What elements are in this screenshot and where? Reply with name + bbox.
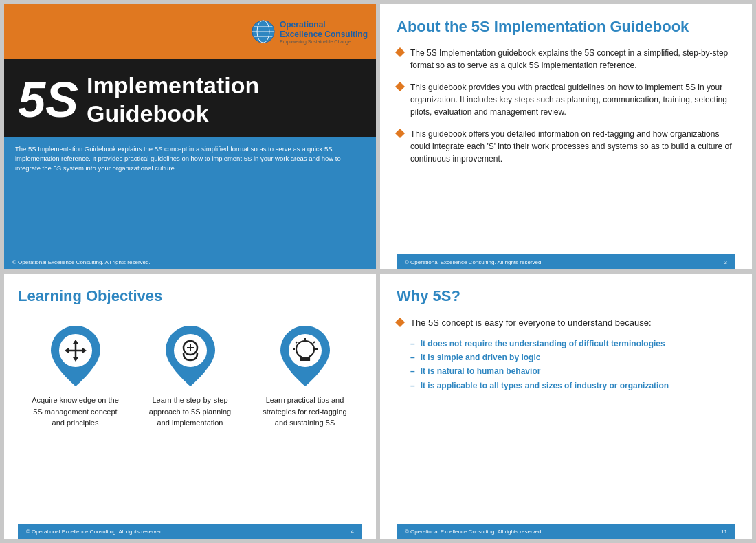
slide1-footer-copy: © Operational Excellence Consulting. All… xyxy=(12,259,151,265)
pin-icon-1 xyxy=(48,326,103,386)
bullet-icon-1 xyxy=(395,47,405,57)
slide3-item-1-label: Acquire knowledge on the 5S management c… xyxy=(31,395,120,429)
slide3-item-2-label: Learn the step-by-step approach to 5S pl… xyxy=(146,395,235,429)
logo-tagline: Empowering Sustainable Change xyxy=(280,39,368,44)
slide4-footer: © Operational Excellence Consulting. All… xyxy=(397,524,735,539)
slide3-item-2: Learn the step-by-step approach to 5S pl… xyxy=(146,326,235,429)
slide1-title-line2: Guidebook xyxy=(87,100,259,128)
slide4-sub-4: It is applicable to all types and sizes … xyxy=(410,379,735,392)
svg-line-21 xyxy=(313,342,315,343)
slide4-sub-2: It is simple and driven by logic xyxy=(410,351,735,364)
slide4-sub-list: It does not require the understanding of… xyxy=(410,337,735,393)
pin-icon-3 xyxy=(278,326,333,386)
slide3-title: Learning Objectives xyxy=(18,287,362,305)
slide4-page-number: 11 xyxy=(721,529,727,535)
slide1-title-area: 5S Implementation Guidebook xyxy=(4,59,376,137)
slide1-header: OperationalExcellence Consulting Empower… xyxy=(4,4,376,59)
slide4-bullet-icon xyxy=(395,318,405,327)
slide2-footer: © Operational Excellence Consulting. All… xyxy=(397,254,735,269)
logo-text-area: OperationalExcellence Consulting Empower… xyxy=(280,20,368,44)
pin-icon-2 xyxy=(163,326,218,386)
slide3-item-3-label: Learn practical tips and strategies for … xyxy=(260,395,350,429)
slide3-footer-copy: © Operational Excellence Consulting. All… xyxy=(26,529,164,535)
slide1-footer: © Operational Excellence Consulting. All… xyxy=(4,254,376,269)
slide-4: Why 5S? The 5S concept is easy for every… xyxy=(380,274,752,539)
slide4-footer-copy: © Operational Excellence Consulting. All… xyxy=(405,529,543,535)
slide3-page-number: 4 xyxy=(351,529,354,535)
slide3-footer: © Operational Excellence Consulting. All… xyxy=(18,524,362,539)
slide4-sub-1: It does not require the understanding of… xyxy=(410,337,735,351)
slide2-bullet-3: This guidebook offers you detailed infor… xyxy=(397,128,735,165)
slide4-sub-3-text: It is natural to human behavior xyxy=(421,364,541,378)
slide3-icons-row: Acquire knowledge on the 5S management c… xyxy=(18,319,362,524)
slide1-5s-label: 5S xyxy=(18,75,78,124)
bullet-icon-2 xyxy=(395,82,405,91)
slide2-bullet-list: The 5S Implementation guidebook explains… xyxy=(397,47,735,254)
slide4-title: Why 5S? xyxy=(397,287,735,305)
slide2-bullet-2: This guidebook provides you with practic… xyxy=(397,81,735,118)
slide2-bullet-2-text: This guidebook provides you with practic… xyxy=(410,81,735,118)
slide2-bullet-1: The 5S Implementation guidebook explains… xyxy=(397,47,735,71)
slide1-title-line1: Implementation xyxy=(87,71,259,100)
slide4-sub-1-text: It does not require the understanding of… xyxy=(421,337,665,351)
slide3-item-3: Learn practical tips and strategies for … xyxy=(260,326,350,429)
slide1-description-area: The 5S Implementation Guidebook explains… xyxy=(4,137,376,254)
slide3-item-1: Acquire knowledge on the 5S management c… xyxy=(31,326,120,429)
slide2-footer-copy: © Operational Excellence Consulting. All… xyxy=(405,259,543,265)
logo-company-name: OperationalExcellence Consulting xyxy=(280,20,368,39)
slide-3: Learning Objectives Acquire knowledge on… xyxy=(4,274,376,539)
slide2-bullet-1-text: The 5S Implementation guidebook explains… xyxy=(410,47,735,71)
slide4-sub-2-text: It is simple and driven by logic xyxy=(421,351,541,364)
globe-icon xyxy=(251,19,276,44)
slide-2: About the 5S Implementation Guidebook Th… xyxy=(380,4,752,269)
slide4-intro-text: The 5S concept is easy for everyone to u… xyxy=(410,316,652,330)
slide2-bullet-3-text: This guidebook offers you detailed infor… xyxy=(410,128,735,165)
slide1-description: The 5S Implementation Guidebook explains… xyxy=(15,144,365,174)
slide4-sub-3: It is natural to human behavior xyxy=(410,364,735,378)
slide2-page-number: 3 xyxy=(724,259,727,265)
slide2-title: About the 5S Implementation Guidebook xyxy=(397,18,735,36)
slide-1: OperationalExcellence Consulting Empower… xyxy=(4,4,376,269)
svg-line-20 xyxy=(296,342,297,343)
bullet-icon-3 xyxy=(395,129,405,138)
slide1-title-text: Implementation Guidebook xyxy=(87,71,259,128)
slide4-main-bullet: The 5S concept is easy for everyone to u… xyxy=(397,316,735,330)
logo: OperationalExcellence Consulting Empower… xyxy=(251,19,368,44)
slide4-sub-4-text: It is applicable to all types and sizes … xyxy=(421,379,669,392)
